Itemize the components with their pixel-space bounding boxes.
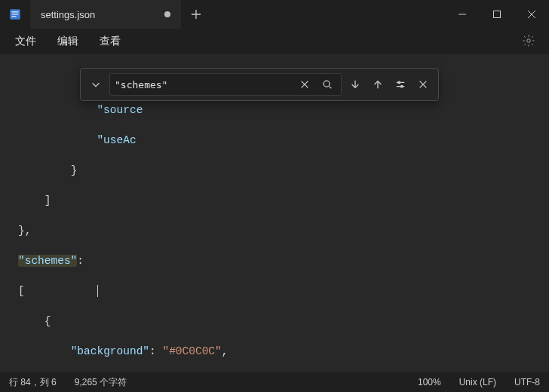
status-encoding[interactable]: UTF-8	[505, 377, 549, 387]
svg-point-5	[527, 38, 531, 42]
menu-bar: 文件 编辑 查看	[0, 29, 549, 54]
maximize-button[interactable]	[480, 0, 514, 29]
close-button[interactable]	[514, 0, 549, 29]
new-tab-button[interactable]	[181, 0, 211, 29]
settings-button[interactable]	[514, 31, 543, 53]
search-match: "schemes"	[18, 255, 77, 267]
status-eol[interactable]: Unix (LF)	[450, 377, 505, 387]
status-bar: 行 84，列 6 9,265 个字符 100% Unix (LF) UTF-8	[0, 372, 549, 392]
app-icon	[0, 8, 30, 21]
tab-settings-json[interactable]: settings.json	[30, 0, 181, 29]
find-options-button[interactable]	[391, 75, 409, 93]
svg-point-8	[400, 85, 403, 87]
svg-rect-4	[494, 11, 501, 18]
svg-point-6	[324, 81, 330, 87]
svg-rect-3	[12, 16, 17, 17]
find-next-button[interactable]	[346, 75, 364, 93]
status-char-count[interactable]: 9,265 个字符	[66, 376, 136, 389]
find-input-wrap	[109, 73, 342, 96]
status-cursor-pos[interactable]: 行 84，列 6	[0, 376, 66, 389]
find-prev-button[interactable]	[369, 75, 387, 93]
find-input[interactable]	[115, 79, 291, 90]
editor-area[interactable]: "opacity": 80 "source "useAc } ] }, "sch…	[0, 54, 549, 372]
tab-modified-dot-icon	[164, 11, 170, 17]
svg-rect-1	[12, 11, 19, 12]
find-bar	[80, 68, 439, 101]
svg-rect-2	[12, 14, 19, 14]
window-controls	[445, 0, 549, 29]
text-cursor-icon	[97, 285, 98, 297]
menu-file[interactable]: 文件	[6, 32, 45, 51]
svg-point-7	[398, 81, 400, 84]
title-bar: settings.json	[0, 0, 549, 29]
find-expand-toggle[interactable]	[87, 75, 105, 93]
minimize-button[interactable]	[445, 0, 480, 29]
find-close-button[interactable]	[414, 75, 432, 93]
menu-view[interactable]: 查看	[90, 32, 130, 51]
find-clear-button[interactable]	[296, 75, 314, 93]
find-search-button[interactable]	[318, 75, 336, 93]
tab-title: settings.json	[41, 9, 95, 20]
status-zoom[interactable]: 100%	[409, 377, 450, 387]
menu-edit[interactable]: 编辑	[48, 32, 87, 51]
